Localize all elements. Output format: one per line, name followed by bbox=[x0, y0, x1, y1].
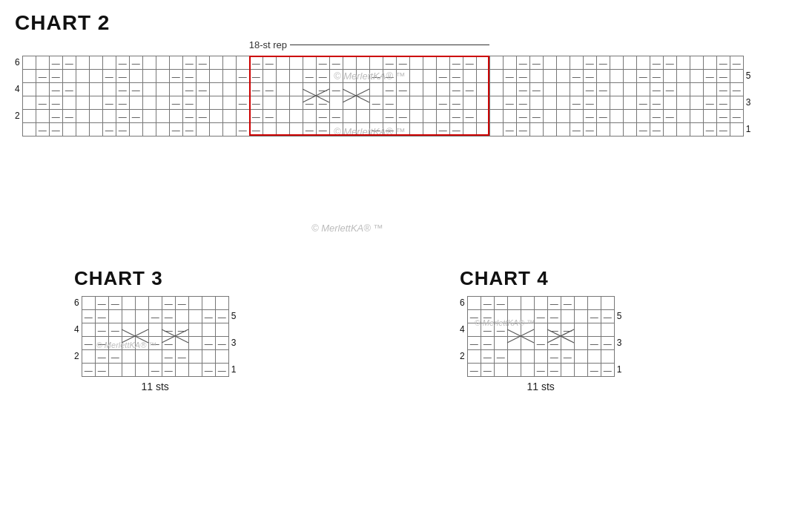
cell bbox=[76, 110, 89, 123]
cell: — bbox=[730, 83, 743, 96]
cell bbox=[102, 56, 116, 70]
cell bbox=[423, 56, 436, 70]
cell: — bbox=[196, 110, 209, 123]
rrow-label-3: 3 bbox=[746, 96, 751, 109]
cell: — bbox=[116, 96, 129, 110]
cell bbox=[222, 110, 236, 123]
cell bbox=[209, 70, 222, 83]
cell bbox=[289, 96, 303, 110]
cell bbox=[489, 56, 503, 70]
cell bbox=[409, 110, 423, 123]
cell bbox=[476, 56, 489, 70]
cell: — bbox=[650, 96, 663, 110]
cell bbox=[276, 70, 289, 83]
chart4-left-labels: 6 4 2 bbox=[460, 296, 465, 376]
cell: — bbox=[102, 96, 116, 110]
cell: — bbox=[650, 56, 663, 70]
cell bbox=[89, 123, 102, 137]
rrow-label-empty2 bbox=[746, 82, 751, 96]
cell: — bbox=[303, 96, 316, 110]
chart2-right-labels: 5 3 1 bbox=[746, 56, 751, 136]
cell bbox=[156, 110, 169, 123]
chart2-section: CHART 2 6 4 2 18-st rep ————————————— bbox=[15, 11, 797, 137]
cell bbox=[129, 96, 142, 110]
cell: — bbox=[583, 96, 596, 110]
cell: — bbox=[102, 70, 116, 83]
cell bbox=[142, 56, 156, 70]
cell: — bbox=[703, 123, 716, 137]
cell: — bbox=[263, 56, 276, 70]
cell: — bbox=[529, 110, 543, 123]
cell: — bbox=[316, 56, 329, 70]
cell bbox=[676, 110, 690, 123]
cell bbox=[89, 110, 102, 123]
rrow-label-5: 5 bbox=[746, 69, 751, 82]
cell bbox=[596, 96, 610, 110]
cell bbox=[89, 70, 102, 83]
cell bbox=[556, 70, 570, 83]
watermark-middle: © MerlettKA® ™ bbox=[311, 223, 383, 234]
cell: — bbox=[716, 123, 730, 137]
cell bbox=[62, 70, 76, 83]
cell bbox=[489, 123, 503, 137]
cell bbox=[89, 83, 102, 96]
chart2-grid-container: 18-st rep ——————————————————————————————… bbox=[22, 56, 744, 137]
chart4-grid-container: —————————————————————————————— © Merlett… bbox=[467, 296, 615, 377]
cell bbox=[690, 96, 703, 110]
cell bbox=[703, 56, 716, 70]
cell: — bbox=[636, 70, 650, 83]
cell: — bbox=[303, 70, 316, 83]
cell: — bbox=[329, 56, 343, 70]
cell: — bbox=[116, 70, 129, 83]
cell: — bbox=[182, 56, 196, 70]
cell bbox=[236, 110, 249, 123]
cell: — bbox=[303, 123, 316, 137]
chart2-title: CHART 2 bbox=[15, 11, 797, 35]
cell bbox=[730, 96, 743, 110]
cell bbox=[303, 110, 316, 123]
cell bbox=[409, 70, 423, 83]
cell bbox=[76, 96, 89, 110]
cell bbox=[356, 83, 369, 96]
cell: — bbox=[236, 70, 249, 83]
cell: — bbox=[49, 110, 62, 123]
cell bbox=[730, 70, 743, 83]
cell: — bbox=[663, 110, 676, 123]
cell bbox=[636, 56, 650, 70]
row-label-2: 2 bbox=[15, 109, 20, 122]
cell bbox=[543, 83, 556, 96]
cell bbox=[636, 110, 650, 123]
cell bbox=[289, 83, 303, 96]
cell: — bbox=[570, 123, 583, 137]
cell: — bbox=[249, 110, 263, 123]
cell bbox=[476, 83, 489, 96]
row-label-4: 4 bbox=[15, 82, 20, 96]
cell: — bbox=[129, 110, 142, 123]
cell bbox=[556, 96, 570, 110]
cell bbox=[169, 83, 182, 96]
cell: — bbox=[529, 83, 543, 96]
cell: — bbox=[169, 70, 182, 83]
cell bbox=[556, 56, 570, 70]
cell: — bbox=[503, 70, 516, 83]
cell bbox=[276, 83, 289, 96]
cell bbox=[610, 96, 623, 110]
cell: — bbox=[49, 70, 62, 83]
cell bbox=[356, 123, 369, 137]
cell bbox=[543, 110, 556, 123]
chart3-grid-wrapper: 6 4 2 —————————————————————————————— © M… bbox=[74, 296, 236, 377]
cell: — bbox=[36, 96, 49, 110]
cell bbox=[209, 123, 222, 137]
cell: — bbox=[636, 123, 650, 137]
cell bbox=[89, 96, 102, 110]
cell: — bbox=[116, 56, 129, 70]
cell bbox=[570, 83, 583, 96]
cell bbox=[636, 83, 650, 96]
cell bbox=[503, 110, 516, 123]
cell bbox=[156, 70, 169, 83]
chart2-left-labels: 6 4 2 bbox=[15, 56, 20, 136]
cell bbox=[663, 70, 676, 83]
cell bbox=[690, 70, 703, 83]
rrow-label-empty3 bbox=[746, 109, 751, 122]
cell bbox=[663, 96, 676, 110]
